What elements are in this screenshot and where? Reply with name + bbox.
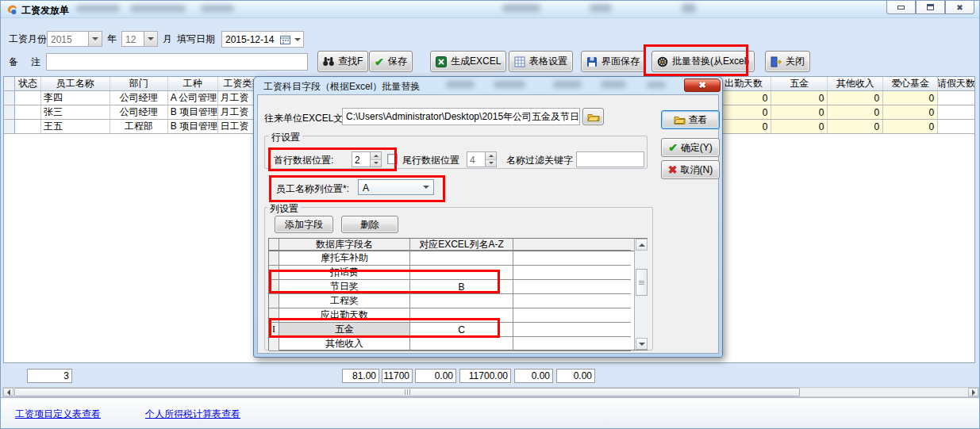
col-header-attend[interactable]: 出勤天数 [717,77,772,90]
dialog-title: 工资科目字段（根据Excel）批量替换 [263,80,420,94]
redaction-smudge [601,81,626,88]
chevron-down-icon[interactable] [88,32,102,46]
window-controls: ✖ [886,1,974,14]
folder-icon [674,115,686,124]
col-header-name[interactable]: 员工名称 [41,77,110,90]
redaction-smudge [502,4,540,12]
close-icon: ✖ [956,3,963,12]
year-select[interactable]: 2015 [47,31,102,47]
scrollbar-thumb[interactable] [14,388,800,396]
grid-row[interactable]: 工程奖 [269,294,647,308]
minimize-button[interactable] [886,1,916,14]
grid-row[interactable]: 应出勤天数 [269,308,647,323]
spin-down-icon[interactable] [371,160,381,167]
month-suffix-label: 月 [163,31,172,47]
redaction-smudge [590,4,612,12]
exit-door-icon [771,56,782,67]
col-header-status[interactable]: 状态 [15,77,41,90]
restore-button[interactable] [916,1,945,14]
close-icon: ✖ [698,80,705,90]
grid-row[interactable]: 节日奖 B [269,280,647,294]
row-settings-label: 行设置 [269,131,302,144]
grid-vertical-scrollbar[interactable] [634,239,648,350]
first-row-spinner[interactable]: 2 [352,151,382,167]
fill-date-label: 填写日期 [177,31,215,47]
close-form-button[interactable]: 关闭 [765,51,810,72]
binoculars-icon [323,56,334,67]
col-settings-label: 列设置 [267,202,301,216]
calendar-icon[interactable] [280,35,292,44]
dialog-body: 往来单位EXCEL文件: C:\Users\Administrator\Desk… [257,94,719,354]
grid-row[interactable]: 摩托车补助 [269,251,647,266]
grid-header-field[interactable]: 数据库字段名 [279,239,410,251]
scroll-right-arrow[interactable] [968,388,978,396]
col-header-love-fund[interactable]: 爱心基金 [883,77,938,90]
spin-up-icon[interactable] [486,152,496,160]
view-button[interactable]: 查看 [661,110,720,129]
table-setup-button[interactable]: 表格设置 [509,51,573,72]
col-header-leave-days[interactable]: 请假天数 [938,77,974,90]
spin-up-icon[interactable] [371,152,381,160]
col-header-wujin[interactable]: 五金 [771,77,828,90]
last-row-label: 尾行数据位置 [402,154,459,167]
col-header-other-income[interactable]: 其他收入 [828,77,883,90]
redaction-smudge [446,81,475,88]
redaction-smudge [553,81,582,88]
close-button[interactable]: ✖ [945,1,974,14]
folder-open-icon [587,112,600,122]
delete-button[interactable]: 删除 [341,216,398,233]
batch-replace-button[interactable]: 批量替换(从Excel) [651,51,755,72]
wage-item-definition-link[interactable]: 工资项目定义表查看 [15,408,101,421]
ui-save-button[interactable]: 界面保存 [581,51,645,72]
fill-date-value: 2015-12-14 [222,34,280,45]
col-header-dept[interactable]: 部门 [110,77,168,90]
month-period-label: 工资月份 [9,31,47,47]
x-icon: ✖ [668,163,678,176]
income-tax-table-link[interactable]: 个人所得税计算表查看 [145,408,240,421]
name-filter-label: 名称过滤关键字 [506,154,573,167]
grid-header: 数据库字段名 对应EXCEL列名A-Z [269,239,647,251]
check-icon: ✔ [375,56,384,68]
generate-excel-button[interactable]: 生成EXCEL [430,51,506,72]
excel-file-input[interactable]: C:\Users\Administrator\Desktop\2015年公司五金… [342,108,580,125]
add-field-button[interactable]: 添加字段 [275,216,333,233]
redaction-smudge [494,81,525,88]
dialog-close-button[interactable]: ✖ [684,79,721,92]
grid-row[interactable]: 扣话费 [269,266,647,280]
redaction-smudge [201,5,234,12]
name-col-select[interactable]: A [358,179,434,195]
find-button[interactable]: 查找F [317,51,368,72]
ok-button[interactable]: ✔ 确定(Y) [661,138,720,157]
month-select[interactable]: 12 [121,31,158,47]
spin-down-icon[interactable] [486,160,496,167]
scroll-left-arrow[interactable] [3,388,13,396]
last-row-checkbox[interactable] [387,154,398,164]
summary-value: 0.00 [556,369,595,383]
summary-value: 0.00 [514,369,553,383]
fill-date-input[interactable]: 2015-12-14 [221,31,304,48]
cancel-button[interactable]: ✖ 取消(N) [661,160,720,179]
col-header-job[interactable]: 工种 [168,77,218,90]
browse-button[interactable] [582,108,604,125]
first-row-label: 首行数据位置: [274,154,333,167]
save-button[interactable]: ✔ 保存 [369,51,413,72]
chevron-down-icon[interactable] [292,38,303,41]
chevron-down-icon[interactable] [419,180,433,194]
grid-row[interactable]: 其他收入 [269,337,647,351]
minimize-icon [897,6,905,10]
scroll-down-arrow[interactable] [636,338,648,350]
redaction-smudge [76,5,120,12]
restore-icon [927,4,934,10]
year-value: 2015 [48,32,88,46]
grid-row-selected[interactable]: I 五金 C [269,323,647,337]
grid-header-excel-col[interactable]: 对应EXCEL列名A-Z [410,239,513,251]
note-input[interactable] [46,53,308,71]
chevron-down-icon[interactable] [144,32,157,46]
year-suffix-label: 年 [107,31,117,47]
scroll-up-arrow[interactable] [636,239,648,251]
name-filter-input[interactable] [576,151,644,167]
scrollbar-thumb[interactable] [636,269,648,296]
horizontal-scrollbar[interactable] [2,387,979,397]
redaction-smudge [130,5,186,12]
last-row-spinner[interactable]: 4 [467,151,497,167]
